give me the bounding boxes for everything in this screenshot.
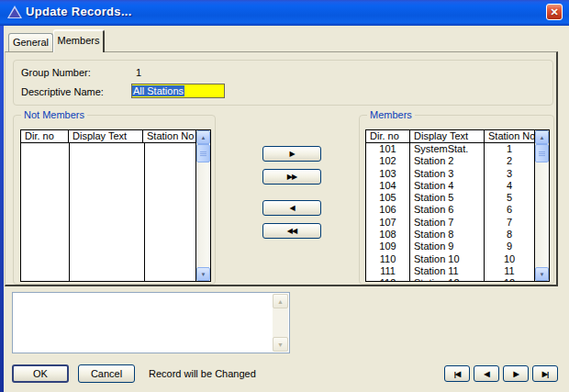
table-row[interactable]: 106Station 66 bbox=[366, 204, 534, 216]
group-number-value: 1 bbox=[136, 67, 141, 78]
add-all-members-button[interactable]: ▶▶ bbox=[262, 169, 321, 185]
title-bar[interactable]: Update Records... ✕ bbox=[0, 0, 569, 26]
ok-button-label: OK bbox=[33, 368, 48, 379]
table-cell: Station 8 bbox=[410, 229, 485, 241]
descriptive-name-input[interactable]: All Stations bbox=[131, 84, 225, 98]
window-title: Update Records... bbox=[26, 5, 132, 18]
table-cell: Station 11 bbox=[410, 265, 485, 277]
table-row[interactable]: 104Station 44 bbox=[366, 180, 534, 192]
add-member-button[interactable]: ▶ bbox=[262, 146, 321, 162]
table-cell: 8 bbox=[485, 229, 534, 241]
table-cell: 5 bbox=[485, 192, 534, 204]
column-divider bbox=[144, 143, 145, 281]
scroll-up-button[interactable]: ▲ bbox=[535, 130, 549, 144]
column-header[interactable]: Station No bbox=[143, 130, 195, 142]
table-row[interactable]: 102Station 22 bbox=[366, 155, 534, 167]
scrollbar-track[interactable] bbox=[196, 144, 210, 267]
column-header[interactable]: Display Text bbox=[410, 130, 485, 142]
scroll-down-icon: ▼ bbox=[201, 272, 206, 277]
table-cell: 108 bbox=[366, 229, 410, 241]
not-members-group: Not Members Dir. no Display Text Station… bbox=[13, 115, 216, 285]
scroll-up-button[interactable]: ▲ bbox=[196, 130, 210, 144]
cancel-button[interactable]: Cancel bbox=[78, 364, 135, 383]
table-row[interactable]: 111Station 1111 bbox=[366, 265, 534, 277]
scroll-down-icon: ▼ bbox=[540, 272, 545, 277]
group-number-label: Group Number: bbox=[21, 67, 91, 78]
table-cell: 101 bbox=[366, 143, 410, 155]
table-row[interactable]: 103Station 33 bbox=[366, 168, 534, 180]
status-text: Record will be Changed bbox=[149, 368, 256, 379]
members-list[interactable]: Dir. no Display Text Station No 101Syste… bbox=[365, 129, 550, 282]
scroll-up-button[interactable]: ▲ bbox=[273, 294, 288, 308]
last-record-button[interactable]: ▶| bbox=[532, 365, 558, 382]
cancel-button-label: Cancel bbox=[91, 368, 122, 379]
tab-members-label: Members bbox=[58, 35, 100, 46]
members-group-label: Members bbox=[367, 109, 415, 120]
app-triangle-icon bbox=[7, 6, 22, 18]
not-members-scrollbar[interactable]: ▲ ▼ bbox=[195, 130, 210, 281]
table-cell: Station 9 bbox=[410, 241, 485, 252]
not-members-list[interactable]: Dir. no Display Text Station No ▲ ▼ bbox=[20, 129, 211, 282]
table-row[interactable]: 112Station 1212 bbox=[366, 277, 534, 281]
table-cell: 11 bbox=[485, 265, 534, 277]
close-icon: ✕ bbox=[550, 6, 558, 18]
notes-scrollbar[interactable]: ▲ ▼ bbox=[273, 294, 288, 352]
scroll-down-button[interactable]: ▼ bbox=[196, 267, 210, 281]
next-record-button[interactable]: ▶ bbox=[503, 365, 529, 382]
tab-members[interactable]: Members bbox=[53, 29, 105, 52]
scroll-up-icon: ▲ bbox=[277, 298, 284, 305]
ok-button[interactable]: OK bbox=[12, 364, 69, 383]
descriptive-name-selected-text: All Stations bbox=[132, 85, 184, 96]
table-cell: 3 bbox=[485, 168, 534, 180]
first-record-button[interactable]: |◀ bbox=[444, 365, 470, 382]
table-cell: 109 bbox=[366, 241, 410, 252]
table-cell: 107 bbox=[366, 217, 410, 229]
table-row[interactable]: 110Station 1010 bbox=[366, 253, 534, 265]
scrollbar-track[interactable] bbox=[535, 144, 549, 267]
members-scrollbar[interactable]: ▲ ▼ bbox=[534, 130, 549, 281]
scrollbar-thumb[interactable] bbox=[535, 144, 549, 162]
table-cell: 110 bbox=[366, 253, 410, 265]
table-cell: SystemStat. bbox=[410, 143, 485, 155]
scroll-down-icon: ▼ bbox=[277, 342, 284, 348]
add-icon: ▶ bbox=[289, 150, 294, 158]
previous-record-button[interactable]: ◀ bbox=[474, 365, 499, 382]
previous-record-icon: ◀ bbox=[484, 370, 488, 378]
table-cell: Station 5 bbox=[410, 192, 485, 204]
table-cell: Station 4 bbox=[410, 180, 485, 192]
table-row[interactable]: 108Station 88 bbox=[366, 229, 534, 241]
table-cell: 111 bbox=[366, 265, 410, 277]
remove-member-button[interactable]: ◀ bbox=[262, 200, 321, 216]
window-left-border bbox=[0, 26, 4, 392]
remove-all-members-button[interactable]: ◀◀ bbox=[262, 223, 321, 239]
table-cell: 1 bbox=[485, 143, 534, 155]
table-cell: 6 bbox=[485, 204, 534, 216]
table-cell: Station 2 bbox=[410, 155, 485, 167]
not-members-rows[interactable] bbox=[21, 143, 195, 281]
descriptive-name-label: Descriptive Name: bbox=[21, 86, 104, 97]
table-cell: 103 bbox=[366, 168, 410, 180]
table-row[interactable]: 107Station 77 bbox=[366, 217, 534, 229]
table-cell: 4 bbox=[485, 180, 534, 192]
column-header[interactable]: Station No bbox=[485, 130, 534, 142]
remove-all-icon: ◀◀ bbox=[287, 227, 296, 235]
last-record-icon: ▶| bbox=[542, 370, 548, 378]
tab-general[interactable]: General bbox=[8, 33, 53, 51]
table-row[interactable]: 105Station 55 bbox=[366, 192, 534, 204]
column-header[interactable]: Display Text bbox=[69, 130, 143, 142]
table-row[interactable]: 101SystemStat.1 bbox=[366, 143, 534, 155]
members-rows[interactable]: 101SystemStat.1102Station 22103Station 3… bbox=[366, 143, 534, 281]
column-header[interactable]: Dir. no bbox=[366, 130, 410, 142]
scroll-down-button[interactable]: ▼ bbox=[535, 267, 549, 281]
table-cell: 7 bbox=[485, 217, 534, 229]
table-cell: 12 bbox=[485, 277, 534, 281]
close-button[interactable]: ✕ bbox=[546, 4, 563, 20]
table-cell: 112 bbox=[366, 277, 410, 281]
column-header[interactable]: Dir. no bbox=[21, 130, 69, 142]
scroll-up-icon: ▲ bbox=[540, 135, 545, 140]
table-row[interactable]: 109Station 99 bbox=[366, 241, 534, 252]
notes-textarea[interactable]: ▲ ▼ bbox=[12, 292, 290, 353]
scroll-down-button[interactable]: ▼ bbox=[273, 337, 288, 352]
scrollbar-thumb[interactable] bbox=[196, 144, 210, 162]
table-cell: 10 bbox=[485, 253, 534, 265]
